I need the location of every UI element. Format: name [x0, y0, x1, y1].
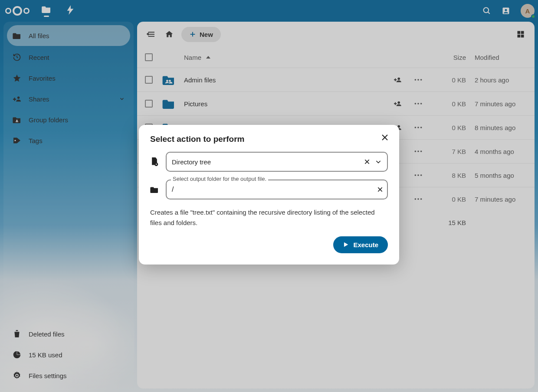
folder-icon — [150, 186, 160, 193]
execute-label: Execute — [353, 241, 378, 248]
clear-icon[interactable] — [364, 158, 371, 165]
execute-button[interactable]: Execute — [333, 236, 388, 253]
action-select[interactable]: Directory tree — [166, 152, 388, 172]
output-folder-label: Select output folder for the output file… — [171, 176, 268, 182]
close-button[interactable] — [378, 131, 391, 144]
action-select-value: Directory tree — [172, 158, 211, 166]
chevron-down-icon[interactable] — [375, 158, 382, 165]
svg-point-45 — [156, 164, 157, 165]
clear-icon[interactable] — [377, 186, 384, 193]
file-gear-icon — [150, 157, 160, 167]
modal-description: Creates a file "tree.txt" containing the… — [150, 207, 388, 228]
modal-overlay[interactable]: Select action to perform Directory tree … — [0, 0, 538, 392]
output-folder-input[interactable] — [166, 180, 388, 199]
modal-title: Select action to perform — [150, 134, 388, 144]
action-modal: Select action to perform Directory tree … — [139, 125, 399, 265]
